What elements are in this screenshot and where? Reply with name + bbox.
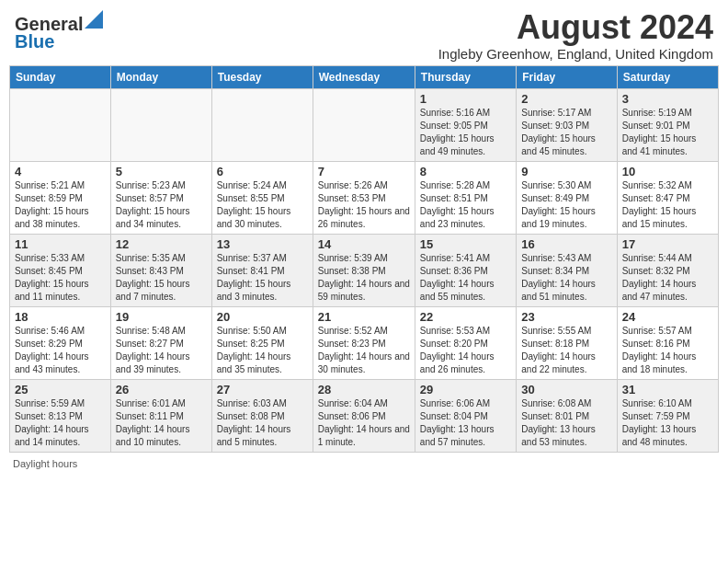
day-info: Sunrise: 5:41 AMSunset: 8:36 PMDaylight:… xyxy=(420,252,511,304)
day-info: Sunrise: 5:33 AMSunset: 8:45 PMDaylight:… xyxy=(15,252,106,304)
day-info: Sunrise: 5:16 AMSunset: 9:05 PMDaylight:… xyxy=(420,107,511,158)
day-info: Sunrise: 5:55 AMSunset: 8:18 PMDaylight:… xyxy=(521,325,611,376)
day-info: Sunrise: 6:03 AMSunset: 8:08 PMDaylight:… xyxy=(217,397,308,449)
day-info: Sunrise: 5:35 AMSunset: 8:43 PMDaylight:… xyxy=(116,252,207,304)
calendar-cell: 24Sunrise: 5:57 AMSunset: 8:16 PMDayligh… xyxy=(617,306,718,379)
calendar-cell: 18Sunrise: 5:46 AMSunset: 8:29 PMDayligh… xyxy=(10,306,111,379)
calendar-cell: 28Sunrise: 6:04 AMSunset: 8:06 PMDayligh… xyxy=(313,379,415,452)
day-number: 4 xyxy=(15,165,106,178)
calendar-cell: 31Sunrise: 6:10 AMSunset: 7:59 PMDayligh… xyxy=(617,379,718,452)
day-number: 23 xyxy=(521,310,611,324)
calendar-week-1: 4Sunrise: 5:21 AMSunset: 8:59 PMDaylight… xyxy=(10,161,719,234)
calendar-cell: 30Sunrise: 6:08 AMSunset: 8:01 PMDayligh… xyxy=(517,379,617,452)
day-info: Sunrise: 5:57 AMSunset: 8:16 PMDaylight:… xyxy=(622,325,713,376)
day-number: 9 xyxy=(521,165,611,178)
day-number: 10 xyxy=(622,165,713,178)
calendar-week-4: 25Sunrise: 5:59 AMSunset: 8:13 PMDayligh… xyxy=(10,379,719,452)
day-info: Sunrise: 6:04 AMSunset: 8:06 PMDaylight:… xyxy=(318,397,410,449)
day-info: Sunrise: 5:37 AMSunset: 8:41 PMDaylight:… xyxy=(217,252,308,304)
day-number: 27 xyxy=(217,383,308,396)
day-info: Sunrise: 5:44 AMSunset: 8:32 PMDaylight:… xyxy=(622,252,713,304)
day-info: Sunrise: 5:17 AMSunset: 9:03 PMDaylight:… xyxy=(521,107,611,158)
day-info: Sunrise: 5:24 AMSunset: 8:55 PMDaylight:… xyxy=(217,179,308,231)
title-area: August 2024 Ingleby Greenhow, England, U… xyxy=(103,9,719,62)
calendar-cell xyxy=(10,88,111,161)
calendar-cell: 2Sunrise: 5:17 AMSunset: 9:03 PMDaylight… xyxy=(517,88,617,161)
day-number: 18 xyxy=(15,310,106,324)
day-number: 13 xyxy=(217,237,308,251)
svg-marker-0 xyxy=(85,10,103,29)
day-number: 25 xyxy=(15,383,106,396)
calendar-cell: 15Sunrise: 5:41 AMSunset: 8:36 PMDayligh… xyxy=(415,234,516,306)
day-number: 5 xyxy=(116,165,207,178)
calendar-cell: 1Sunrise: 5:16 AMSunset: 9:05 PMDaylight… xyxy=(415,88,516,161)
calendar-cell: 19Sunrise: 5:48 AMSunset: 8:27 PMDayligh… xyxy=(110,306,211,379)
calendar-cell: 21Sunrise: 5:52 AMSunset: 8:23 PMDayligh… xyxy=(313,306,415,379)
day-number: 29 xyxy=(420,383,511,396)
calendar-header-monday: Monday xyxy=(110,65,211,88)
day-info: Sunrise: 5:50 AMSunset: 8:25 PMDaylight:… xyxy=(217,325,308,376)
day-number: 26 xyxy=(116,383,207,396)
header: General Blue August 2024 Ingleby Greenho… xyxy=(9,9,719,62)
calendar-cell: 22Sunrise: 5:53 AMSunset: 8:20 PMDayligh… xyxy=(415,306,516,379)
day-number: 15 xyxy=(420,237,511,251)
day-info: Sunrise: 5:19 AMSunset: 9:01 PMDaylight:… xyxy=(622,107,713,158)
day-info: Sunrise: 6:01 AMSunset: 8:11 PMDaylight:… xyxy=(116,397,207,449)
calendar-cell: 26Sunrise: 6:01 AMSunset: 8:11 PMDayligh… xyxy=(110,379,211,452)
calendar-cell xyxy=(211,88,313,161)
day-number: 28 xyxy=(318,383,410,396)
calendar-week-2: 11Sunrise: 5:33 AMSunset: 8:45 PMDayligh… xyxy=(10,234,719,306)
day-info: Sunrise: 5:30 AMSunset: 8:49 PMDaylight:… xyxy=(521,179,611,231)
calendar-cell xyxy=(313,88,415,161)
calendar-cell: 7Sunrise: 5:26 AMSunset: 8:53 PMDaylight… xyxy=(313,161,415,234)
calendar-cell: 17Sunrise: 5:44 AMSunset: 8:32 PMDayligh… xyxy=(617,234,718,306)
calendar-header-tuesday: Tuesday xyxy=(211,65,313,88)
day-number: 11 xyxy=(15,237,106,251)
day-number: 17 xyxy=(622,237,713,251)
calendar-header-thursday: Thursday xyxy=(415,65,516,88)
day-number: 21 xyxy=(318,310,410,324)
calendar-cell: 10Sunrise: 5:32 AMSunset: 8:47 PMDayligh… xyxy=(617,161,718,234)
day-info: Sunrise: 5:43 AMSunset: 8:34 PMDaylight:… xyxy=(521,252,611,304)
day-info: Sunrise: 5:26 AMSunset: 8:53 PMDaylight:… xyxy=(318,179,410,231)
day-info: Sunrise: 6:06 AMSunset: 8:04 PMDaylight:… xyxy=(420,397,511,449)
daylight-label: Daylight hours xyxy=(13,458,77,469)
day-number: 16 xyxy=(521,237,611,251)
day-info: Sunrise: 5:39 AMSunset: 8:38 PMDaylight:… xyxy=(318,252,410,304)
calendar-header-friday: Friday xyxy=(517,65,617,88)
day-info: Sunrise: 5:32 AMSunset: 8:47 PMDaylight:… xyxy=(622,179,713,231)
day-info: Sunrise: 6:08 AMSunset: 8:01 PMDaylight:… xyxy=(521,397,611,449)
calendar-cell: 13Sunrise: 5:37 AMSunset: 8:41 PMDayligh… xyxy=(211,234,313,306)
day-info: Sunrise: 5:53 AMSunset: 8:20 PMDaylight:… xyxy=(420,325,511,376)
day-info: Sunrise: 5:52 AMSunset: 8:23 PMDaylight:… xyxy=(318,325,410,376)
logo-triangle-icon xyxy=(85,10,103,29)
calendar-cell: 11Sunrise: 5:33 AMSunset: 8:45 PMDayligh… xyxy=(10,234,111,306)
day-number: 24 xyxy=(622,310,713,324)
calendar: SundayMondayTuesdayWednesdayThursdayFrid… xyxy=(9,65,719,453)
day-number: 8 xyxy=(420,165,511,178)
day-number: 3 xyxy=(622,92,713,106)
day-info: Sunrise: 5:59 AMSunset: 8:13 PMDaylight:… xyxy=(15,397,106,449)
logo-blue: Blue xyxy=(15,31,54,52)
calendar-cell: 20Sunrise: 5:50 AMSunset: 8:25 PMDayligh… xyxy=(211,306,313,379)
day-number: 1 xyxy=(420,92,511,106)
calendar-cell: 8Sunrise: 5:28 AMSunset: 8:51 PMDaylight… xyxy=(415,161,516,234)
calendar-cell: 4Sunrise: 5:21 AMSunset: 8:59 PMDaylight… xyxy=(10,161,111,234)
calendar-cell: 6Sunrise: 5:24 AMSunset: 8:55 PMDaylight… xyxy=(211,161,313,234)
day-number: 2 xyxy=(521,92,611,106)
calendar-cell: 12Sunrise: 5:35 AMSunset: 8:43 PMDayligh… xyxy=(110,234,211,306)
day-number: 7 xyxy=(318,165,410,178)
day-number: 20 xyxy=(217,310,308,324)
day-number: 19 xyxy=(116,310,207,324)
day-number: 22 xyxy=(420,310,511,324)
calendar-cell: 25Sunrise: 5:59 AMSunset: 8:13 PMDayligh… xyxy=(10,379,111,452)
day-number: 14 xyxy=(318,237,410,251)
calendar-week-3: 18Sunrise: 5:46 AMSunset: 8:29 PMDayligh… xyxy=(10,306,719,379)
day-number: 12 xyxy=(116,237,207,251)
day-info: Sunrise: 5:28 AMSunset: 8:51 PMDaylight:… xyxy=(420,179,511,231)
calendar-week-0: 1Sunrise: 5:16 AMSunset: 9:05 PMDaylight… xyxy=(10,88,719,161)
day-number: 6 xyxy=(217,165,308,178)
calendar-cell: 23Sunrise: 5:55 AMSunset: 8:18 PMDayligh… xyxy=(517,306,617,379)
calendar-cell: 3Sunrise: 5:19 AMSunset: 9:01 PMDaylight… xyxy=(617,88,718,161)
calendar-cell xyxy=(110,88,211,161)
